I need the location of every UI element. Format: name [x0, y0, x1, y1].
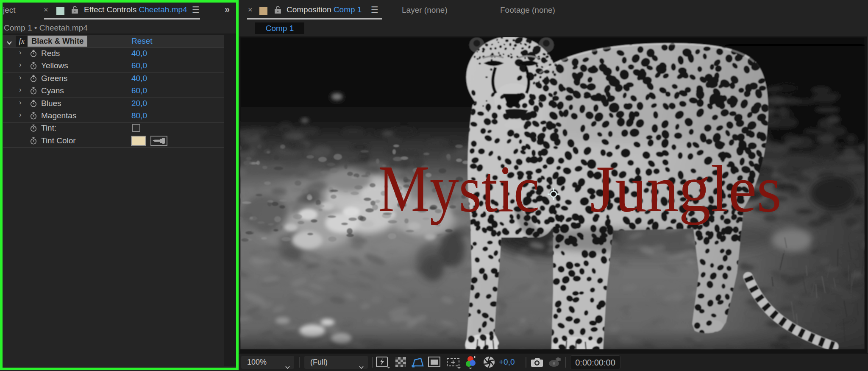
svg-text:Jungles: Jungles — [590, 152, 782, 226]
svg-text:Mystic: Mystic — [378, 152, 540, 226]
